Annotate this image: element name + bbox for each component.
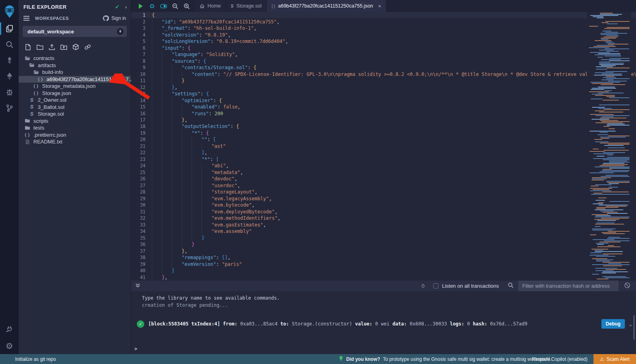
code-line: 37}, [131, 248, 636, 254]
tree-item--prettierrc-json[interactable]: { }.prettierrc.json [19, 132, 131, 139]
code-line: 9"contracts/Storage.sol": { [131, 64, 636, 71]
terminal-bar: 0 Listen on all transactions [131, 281, 636, 291]
check-icon: ✓ [115, 4, 120, 10]
folder-icon [24, 125, 31, 131]
load-ipfs-icon[interactable] [72, 43, 80, 51]
code-line: 31"evm.deployedBytecode", [131, 209, 636, 215]
load-url-icon[interactable] [84, 43, 91, 51]
code-line: 11} [131, 77, 636, 84]
zoom-out-icon[interactable] [171, 2, 179, 10]
folder-open-icon [29, 62, 35, 68]
tree-item-contracts[interactable]: contracts [19, 55, 131, 62]
tab-storage-sol[interactable]: SStorage.sol [226, 0, 267, 12]
code-line: 13"settings": { [131, 91, 636, 97]
sidebar-icon-solidity-compiler[interactable] [0, 52, 19, 68]
solidity-file-icon: S [29, 104, 35, 110]
file-explorer-title: FILE EXPLORER [23, 4, 115, 10]
code-line: 27"userdoc", [131, 182, 636, 189]
tab-bar: HomeSStorage.sol{ }a69b43f277ba20fcac141… [131, 0, 636, 12]
code-editor[interactable]: 1{2"id": "a69b43f277ba20fcac141151250ca7… [131, 12, 636, 281]
clear-console-icon[interactable] [624, 282, 630, 290]
code-line: 36} [131, 241, 636, 248]
github-icon [103, 15, 109, 21]
code-line: 4"solcVersion": "0.8.19", [131, 31, 636, 38]
tree-item-tests[interactable]: tests [19, 124, 131, 132]
git-init-button[interactable]: Initialize as git repo [15, 356, 56, 362]
minimap[interactable] [587, 12, 631, 281]
code-line: 25"metadata", [131, 169, 636, 176]
tab-a69b43f277ba20fcac141151250ca755-json[interactable]: { }a69b43f277ba20fcac141151250ca755.json… [267, 0, 386, 12]
code-line: 29"evm.legacyAssembly", [131, 196, 636, 202]
tree-item-scripts[interactable]: scripts [19, 118, 131, 125]
tree-item-readme-txt[interactable]: README.txt [19, 138, 131, 145]
sign-in-button[interactable]: Sign in [103, 15, 126, 21]
upload-folder-icon[interactable] [60, 43, 68, 51]
file-tree: contractsartifactsbuild-info{ }a69b43f27… [19, 55, 131, 145]
close-tab-icon[interactable]: × [378, 3, 381, 9]
debug-button[interactable]: Debug [601, 319, 625, 329]
workspace-select-arrows-icon: ▲▼ [117, 28, 124, 35]
tree-item-storage-sol[interactable]: SStorage.sol [19, 110, 131, 118]
terminal-line: creation of Storage pending... [142, 302, 636, 309]
code-line: 26"devdoc", [131, 176, 636, 182]
transaction-filter-input[interactable] [518, 281, 619, 291]
code-line: 38"remappings": [], [131, 254, 636, 261]
code-line: 10"content": "// SPDX-License-Identifier… [131, 71, 636, 77]
tree-item-2-owner-sol[interactable]: S2_Owner.sol [19, 97, 131, 104]
file-icon [24, 139, 31, 145]
solidity-file-icon: S [29, 111, 35, 117]
terminal-line: Type the library name to see available c… [142, 294, 636, 302]
sidebar-icon-git[interactable] [0, 100, 19, 116]
copilot-toggle[interactable] [159, 2, 168, 10]
json-file-icon: { } [37, 76, 44, 82]
editor-pane: HomeSStorage.sol{ }a69b43f277ba20fcac141… [131, 0, 636, 354]
copilot-status[interactable]: RemixAI Copilot (enabled) [532, 356, 588, 362]
code-line: 18"outputSelection": { [131, 123, 636, 130]
code-line: 6"input": { [131, 45, 636, 51]
sidebar-icon-file-explorer[interactable] [0, 21, 19, 37]
zoom-in-icon[interactable] [182, 2, 191, 10]
new-folder-icon[interactable] [36, 43, 44, 51]
file-explorer-panel: FILE EXPLORER ✓ › WORKSPACES Sign in def… [19, 0, 131, 354]
code-line: 3"_format": "hh-sol-build-info-1", [131, 25, 636, 31]
tree-item-3-ballot-sol[interactable]: S3_Ballot.sol [19, 104, 131, 111]
did-you-know-tip: Did you know? To prototype using the Gno… [339, 356, 552, 362]
sidebar-icon-search[interactable] [0, 37, 19, 52]
code-line: 28"storageLayout", [131, 189, 636, 195]
tab-home[interactable]: Home [195, 0, 226, 12]
scam-alert-badge[interactable]: ⚠ Scam Alert [593, 354, 636, 364]
code-line: 8"sources": { [131, 58, 636, 64]
json-file-icon: { } [33, 83, 39, 89]
sidebar-icon-deploy-run[interactable] [0, 68, 19, 84]
sidebar-icon-settings[interactable]: ⚙ [0, 337, 19, 354]
terminal-prompt[interactable]: > [134, 346, 137, 352]
ai-copilot-icon[interactable] [147, 2, 156, 10]
sidebar-icon-debugger[interactable] [0, 84, 19, 100]
sidebar-icon-plugin-manager[interactable] [0, 321, 19, 337]
code-line: 41}, [131, 274, 636, 280]
code-line: 2"id": "a69b43f277ba20fcac141151250ca755… [131, 18, 636, 25]
tree-item-storage-json[interactable]: { }Storage.json [19, 90, 131, 97]
remix-logo[interactable] [0, 2, 19, 21]
terminal-scrollbar[interactable] [633, 315, 635, 340]
status-bar: Initialize as git repo Did you know? To … [0, 354, 636, 364]
new-file-icon[interactable] [24, 43, 32, 51]
terminal-collapse-icon[interactable] [135, 283, 142, 290]
run-script-button[interactable] [136, 2, 145, 10]
workspace-select[interactable]: default_workspace ▲▼ [23, 26, 127, 37]
tree-item-storage-metadata-json[interactable]: { }Storage_metadata.json [19, 83, 131, 90]
code-line: 1{ [131, 12, 636, 18]
expand-log-icon[interactable]: ⌄ [629, 321, 632, 327]
terminal-search-icon[interactable] [508, 282, 514, 290]
chevron-right-icon[interactable]: › [125, 4, 127, 10]
upload-file-icon[interactable] [48, 43, 56, 51]
code-line: 20"": [ [131, 136, 636, 143]
tree-item-a69b43f277ba20fcac141151250ca7-[interactable]: { }a69b43f277ba20fcac141151250ca7... [19, 76, 131, 83]
code-line: 23"*": [ [131, 156, 636, 163]
tree-item-build-info[interactable]: build-info [19, 69, 131, 76]
terminal-output: Type the library name to see available c… [131, 291, 636, 354]
tree-item-artifacts[interactable]: artifacts [19, 62, 131, 69]
workspaces-menu-icon[interactable] [23, 15, 29, 22]
listen-transactions-checkbox[interactable] [433, 283, 438, 288]
transaction-log-row[interactable]: ✓ [block:5583405 txIndex:4] from: 0xa03.… [137, 319, 632, 329]
